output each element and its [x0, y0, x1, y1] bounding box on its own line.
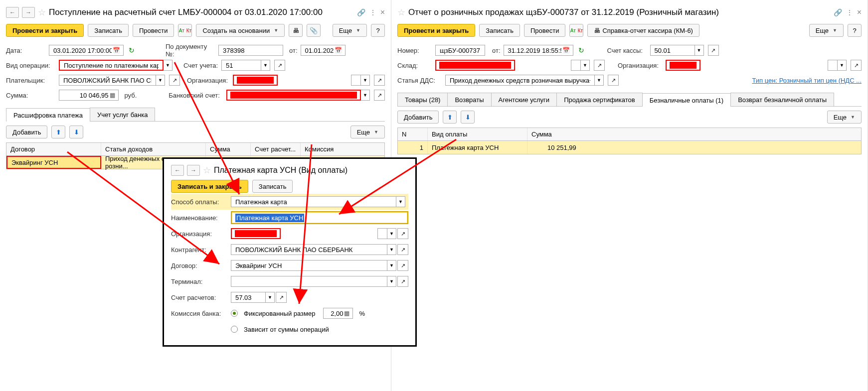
dropdown-icon[interactable]: ▼	[396, 196, 405, 207]
dropdown-icon[interactable]: ▼	[595, 75, 604, 86]
write-button[interactable]: Записать	[479, 24, 520, 37]
dropdown-icon[interactable]: ▼	[266, 292, 275, 303]
cashier-report-button[interactable]: 🖶 Справка-отчет кассира (КМ-6)	[587, 24, 699, 37]
terminal-input[interactable]	[234, 277, 384, 286]
move-down-button[interactable]: ⬇	[69, 126, 83, 138]
col-n[interactable]: N	[398, 128, 428, 140]
help-button[interactable]: ?	[371, 24, 385, 37]
counterparty-input[interactable]	[234, 246, 384, 254]
dt-kt-button[interactable]: АтКт	[178, 24, 192, 37]
dropdown-icon[interactable]: ▼	[156, 75, 165, 86]
save-and-close-button[interactable]: Записать и закрыть	[171, 180, 248, 193]
link-icon[interactable]: 🔗	[357, 8, 365, 16]
operation-input[interactable]	[63, 61, 160, 70]
from-date-input[interactable]	[304, 46, 335, 55]
tab-agent[interactable]: Агентские услуги	[491, 93, 557, 106]
dropdown-icon[interactable]: ▼	[387, 260, 396, 271]
close-icon[interactable]: ×	[857, 8, 862, 17]
payer-input[interactable]	[62, 76, 153, 85]
tab-returns[interactable]: Возвраты	[447, 93, 491, 106]
method-input[interactable]	[234, 198, 393, 206]
open-icon[interactable]: ↗	[374, 75, 385, 86]
tab-cashless-payments[interactable]: Безналичные оплаты (1)	[642, 93, 731, 107]
col-commission[interactable]: Комиссия	[301, 143, 384, 155]
col-contract[interactable]: Договор	[6, 143, 101, 155]
move-up-button[interactable]: ⬆	[443, 111, 457, 124]
dropdown-icon[interactable]: ▼	[361, 90, 370, 101]
tab-certificates[interactable]: Продажа сертификатов	[556, 93, 643, 106]
dropdown-icon[interactable]: ▼	[581, 60, 590, 71]
favorite-icon[interactable]: ☆	[38, 7, 46, 18]
refresh-icon[interactable]: ↻	[578, 46, 584, 54]
more-button[interactable]: Еще▼	[809, 24, 844, 37]
add-button[interactable]: Добавить	[397, 111, 439, 124]
open-icon[interactable]: ↗	[708, 45, 719, 56]
commission-variable-radio[interactable]	[231, 326, 238, 333]
calendar-icon[interactable]: 📅	[562, 47, 570, 54]
dropdown-icon[interactable]: ▼	[387, 228, 396, 239]
dt-kt-button[interactable]: АтКт	[569, 24, 583, 37]
calendar-icon[interactable]: 📅	[113, 47, 120, 54]
price-type-link[interactable]: Тип цен: Розничный тип цен (НДС ...	[752, 77, 862, 84]
dropdown-icon[interactable]: ▼	[261, 60, 270, 71]
more-button[interactable]: Еще▼	[827, 111, 862, 124]
post-and-close-button[interactable]: Провести и закрыть	[397, 24, 475, 37]
refresh-icon[interactable]: ↻	[129, 46, 135, 54]
open-icon[interactable]: ↗	[608, 75, 619, 86]
table-row[interactable]: 1 Платежная карта УСН 10 251,99	[398, 141, 861, 154]
help-button[interactable]: ?	[848, 24, 862, 37]
write-button[interactable]: Записать	[252, 180, 293, 193]
account-input[interactable]	[225, 61, 258, 70]
create-based-button[interactable]: Создать на основании▼	[196, 24, 285, 37]
move-down-button[interactable]: ⬇	[461, 111, 475, 124]
open-icon[interactable]: ↗	[851, 60, 862, 71]
post-button[interactable]: Провести	[524, 24, 566, 37]
favorite-icon[interactable]: ☆	[397, 7, 405, 18]
nav-back-button[interactable]: ←	[6, 7, 19, 18]
dropdown-icon[interactable]: ▼	[695, 45, 704, 56]
open-icon[interactable]: ↗	[397, 244, 408, 255]
open-icon[interactable]: ↗	[397, 276, 408, 287]
dropdown-icon[interactable]: ▼	[838, 60, 847, 71]
tab-cashless-return[interactable]: Возврат безналичной оплаты	[730, 93, 834, 106]
dropdown-icon[interactable]: ▼	[387, 244, 396, 255]
cash-acc-input[interactable]	[654, 46, 692, 55]
open-icon[interactable]: ↗	[397, 260, 408, 271]
tab-bank-services[interactable]: Учет услуг банка	[90, 108, 155, 121]
contract-input[interactable]	[234, 261, 384, 270]
col-payment-type[interactable]: Вид оплаты	[428, 128, 527, 140]
dropdown-icon[interactable]: ▼	[164, 60, 173, 71]
open-icon[interactable]: ↗	[276, 292, 287, 303]
close-icon[interactable]: ×	[380, 8, 385, 17]
attach-button[interactable]: 📎	[307, 24, 321, 37]
col-sum[interactable]: Сумма	[527, 128, 861, 140]
nav-back-button[interactable]: ←	[171, 165, 184, 176]
dropdown-icon[interactable]: ▼	[361, 75, 370, 86]
post-and-close-button[interactable]: Провести и закрыть	[6, 24, 84, 37]
more-button[interactable]: Еще▼	[350, 126, 385, 138]
commission-value-input[interactable]	[327, 309, 344, 318]
calc-icon[interactable]: ▦	[110, 92, 115, 99]
open-icon[interactable]: ↗	[169, 75, 180, 86]
commission-fixed-radio[interactable]	[231, 310, 238, 317]
dds-input[interactable]	[449, 76, 591, 85]
col-sum[interactable]: Сумма	[206, 143, 251, 155]
nav-fwd-button[interactable]: →	[22, 7, 35, 18]
print-button[interactable]: 🖶	[289, 24, 303, 37]
favorite-icon[interactable]: ☆	[203, 165, 211, 176]
move-up-button[interactable]: ⬆	[51, 126, 65, 138]
name-input[interactable]: Платежная карта УСН	[235, 214, 304, 222]
number-input[interactable]	[439, 46, 482, 55]
calendar-icon[interactable]: 📅	[335, 47, 342, 54]
date-input[interactable]	[52, 46, 113, 55]
sum-input[interactable]	[62, 91, 110, 100]
settlement-acc-input[interactable]	[234, 293, 262, 302]
nav-fwd-button[interactable]: →	[187, 165, 200, 176]
doc-num-input[interactable]	[222, 46, 280, 55]
more-icon[interactable]: ⋮	[846, 8, 853, 16]
tab-payment-details[interactable]: Расшифровка платежа	[6, 108, 90, 122]
dropdown-icon[interactable]: ▼	[387, 276, 396, 287]
link-icon[interactable]: 🔗	[834, 8, 842, 16]
col-acc[interactable]: Счет расчет...	[251, 143, 301, 155]
from-date-input[interactable]	[507, 46, 562, 55]
